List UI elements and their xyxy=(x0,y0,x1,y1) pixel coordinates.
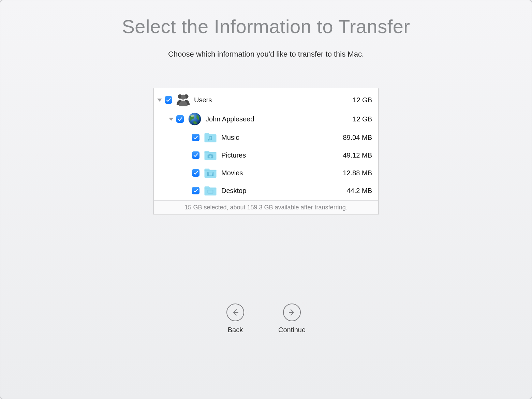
svg-rect-6 xyxy=(209,154,212,155)
svg-rect-15 xyxy=(209,172,212,175)
tree-label-movies: Movies xyxy=(221,169,243,177)
music-folder-icon xyxy=(203,130,218,145)
tree-size-movies: 12.88 MB xyxy=(343,169,372,177)
checkbox-user[interactable] xyxy=(176,115,184,123)
desktop-folder-icon xyxy=(203,183,218,198)
svg-rect-12 xyxy=(212,172,213,173)
disclosure-triangle-icon[interactable] xyxy=(157,99,162,102)
checkmark-icon xyxy=(178,117,182,121)
back-button[interactable]: Back xyxy=(226,304,244,334)
checkbox-music[interactable] xyxy=(192,134,200,141)
status-text: 15 GB selected, about 159.3 GB available… xyxy=(154,200,378,215)
checkmark-icon xyxy=(166,98,171,102)
svg-point-2 xyxy=(181,94,186,100)
users-group-icon xyxy=(176,92,191,107)
svg-point-4 xyxy=(190,115,194,117)
checkbox-desktop[interactable] xyxy=(192,187,200,194)
svg-rect-17 xyxy=(208,190,212,193)
tree-row-movies[interactable]: Movies 12.88 MB xyxy=(154,164,378,182)
tree-row-users[interactable]: Users 12 GB xyxy=(154,90,378,109)
page-subtitle: Choose which information you'd like to t… xyxy=(0,50,532,59)
disclosure-triangle-icon[interactable] xyxy=(169,118,174,121)
svg-rect-9 xyxy=(208,172,209,173)
tree-row-music[interactable]: Music 89.04 MB xyxy=(154,129,378,146)
checkbox-movies[interactable] xyxy=(192,169,200,177)
arrow-right-icon xyxy=(283,304,301,321)
checkbox-users[interactable] xyxy=(165,96,172,104)
tree-label-desktop: Desktop xyxy=(221,187,246,195)
tree-label-pictures: Pictures xyxy=(221,151,246,159)
tree-size-pictures: 49.12 MB xyxy=(343,151,372,159)
tree-label-user: John Appleseed xyxy=(206,115,254,123)
checkmark-icon xyxy=(193,153,198,158)
pictures-folder-icon xyxy=(203,148,218,163)
tree-size-desktop: 44.2 MB xyxy=(347,187,372,195)
arrow-left-icon xyxy=(226,304,244,321)
checkbox-pictures[interactable] xyxy=(192,151,200,159)
tree-size-music: 89.04 MB xyxy=(343,134,372,142)
earth-avatar-icon xyxy=(187,112,202,127)
back-label: Back xyxy=(228,326,243,334)
tree-label-music: Music xyxy=(221,134,239,142)
tree-label-users: Users xyxy=(194,96,212,104)
svg-rect-11 xyxy=(208,175,209,175)
tree-row-desktop[interactable]: Desktop 44.2 MB xyxy=(154,182,378,200)
continue-label: Continue xyxy=(278,326,306,334)
transfer-tree: Users 12 GB xyxy=(154,88,378,200)
transfer-panel: Users 12 GB xyxy=(153,88,379,215)
svg-rect-10 xyxy=(208,174,209,174)
svg-point-7 xyxy=(209,156,212,158)
nav-buttons: Back Continue xyxy=(0,304,532,334)
tree-size-user: 12 GB xyxy=(353,115,372,123)
tree-row-pictures[interactable]: Pictures 49.12 MB xyxy=(154,146,378,164)
checkmark-icon xyxy=(193,171,198,175)
page-title: Select the Information to Transfer xyxy=(0,15,532,38)
migration-assistant-window: Select the Information to Transfer Choos… xyxy=(0,0,532,399)
svg-rect-13 xyxy=(212,174,213,174)
svg-rect-14 xyxy=(212,175,213,175)
continue-button[interactable]: Continue xyxy=(278,304,306,334)
movies-folder-icon xyxy=(203,165,218,180)
tree-size-users: 12 GB xyxy=(353,96,372,104)
checkmark-icon xyxy=(193,135,198,140)
tree-row-user[interactable]: John Appleseed 12 GB xyxy=(154,109,378,129)
checkmark-icon xyxy=(193,188,198,193)
